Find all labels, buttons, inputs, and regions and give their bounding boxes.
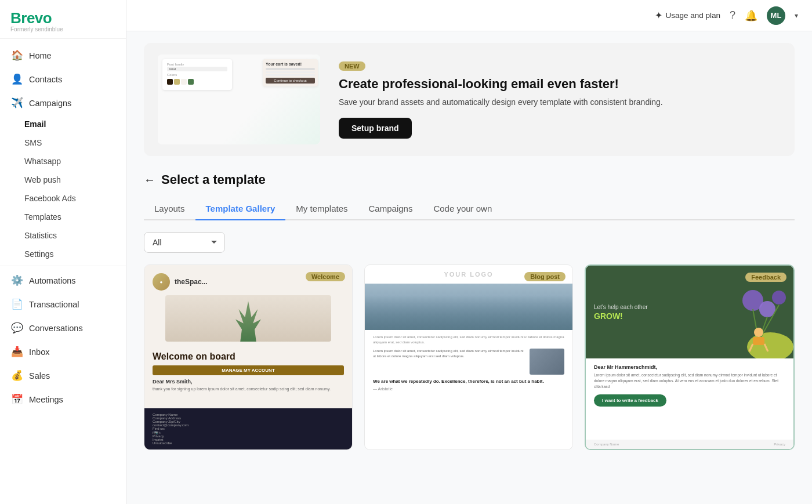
- sidebar-item-templates[interactable]: Templates: [0, 208, 126, 226]
- help-icon[interactable]: ?: [730, 9, 735, 21]
- welcome-body: Welcome on board MANAGE MY ACCOUNT Dear …: [144, 346, 352, 397]
- promo-description: Save your brand assets and automatically…: [339, 96, 781, 108]
- new-badge: NEW: [339, 61, 365, 71]
- template-tabs: Layouts Template Gallery My templates Ca…: [144, 198, 795, 220]
- feedback-badge: Feedback: [745, 273, 786, 282]
- blog-2col-section: Lorem ipsum dolor sit amet, consectetur …: [373, 349, 564, 375]
- chevron-down-icon[interactable]: ▾: [795, 12, 798, 20]
- sidebar-item-inbox-label: Inbox: [29, 347, 49, 357]
- sidebar-item-automations-label: Automations: [29, 276, 76, 285]
- sidebar-item-sms[interactable]: SMS: [0, 133, 126, 152]
- svg-point-3: [772, 291, 786, 304]
- section-title: Select a template: [161, 172, 266, 187]
- promo-editor-mockup: Font family Arial Colors: [162, 59, 232, 90]
- brand-formerly: Formerly sendinblue: [10, 26, 115, 32]
- feedback-card-content: Let's help each other GROW!: [586, 266, 793, 449]
- welcome-text: thank you for signing up lorem ipsum dol…: [153, 386, 344, 392]
- feedback-lets: Let's help each other: [594, 304, 648, 310]
- main-content: Font family Arial Colors: [126, 0, 812, 504]
- blog-post-badge: Blog post: [524, 272, 566, 281]
- content-wrap: Font family Arial Colors: [144, 43, 795, 450]
- sidebar-item-home[interactable]: 🏠 Home: [0, 43, 126, 67]
- usage-plan-link[interactable]: ✦ Usage and plan: [655, 10, 720, 21]
- template-card-feedback[interactable]: Feedback Let's help each other GROW!: [585, 264, 795, 450]
- tab-my-templates[interactable]: My templates: [285, 198, 358, 220]
- sidebar-item-whatsapp[interactable]: Whatsapp: [0, 152, 126, 171]
- sidebar-item-statistics-label: Statistics: [24, 231, 57, 240]
- sidebar-item-facebook-ads[interactable]: Facebook Ads: [0, 189, 126, 208]
- sidebar-item-campaigns[interactable]: ✈️ Campaigns: [0, 91, 126, 115]
- blog-inline-image: [530, 349, 564, 375]
- conversations-icon: 💬: [10, 322, 23, 334]
- sidebar-item-web-push-label: Web push: [24, 175, 61, 184]
- sales-icon: 💰: [10, 369, 23, 382]
- setup-brand-button[interactable]: Setup brand: [339, 118, 412, 139]
- usage-plan-label: Usage and plan: [665, 11, 720, 20]
- sidebar-item-conversations[interactable]: 💬 Conversations: [0, 316, 126, 340]
- feedback-footer: Company Name Privacy: [586, 440, 793, 449]
- tab-template-gallery[interactable]: Template Gallery: [195, 198, 286, 220]
- campaigns-icon: ✈️: [10, 97, 23, 109]
- feedback-cta-button[interactable]: I want to write a feedback: [594, 394, 666, 407]
- sidebar-item-automations[interactable]: ⚙️ Automations: [0, 269, 126, 292]
- promo-title: Create professional-looking email even f…: [339, 77, 781, 92]
- template-card-blog-post[interactable]: Blog post YOUR LOGO Lorem ipsum dolor si…: [364, 264, 573, 450]
- welcome-badge: Welcome: [306, 272, 345, 281]
- promo-cart-mockup: Your cart is saved! Continue to checkout: [263, 59, 318, 86]
- welcome-hero-image: [165, 295, 331, 342]
- sidebar: Brevo Formerly sendinblue 🏠 Home 👤 Conta…: [0, 0, 126, 504]
- sidebar-item-inbox[interactable]: 📥 Inbox: [0, 340, 126, 364]
- avatar[interactable]: ML: [767, 6, 785, 25]
- brand-name: Brevo: [10, 9, 115, 27]
- promo-banner: Font family Arial Colors: [144, 43, 795, 156]
- sidebar-item-settings-label: Settings: [24, 249, 54, 259]
- sidebar-item-settings[interactable]: Settings: [0, 245, 126, 263]
- sidebar-nav: 🏠 Home 👤 Contacts ✈️ Campaigns Email SMS…: [0, 39, 126, 416]
- back-arrow-button[interactable]: ←: [144, 173, 155, 187]
- promo-editor-row: Font family Arial: [167, 63, 227, 71]
- sidebar-item-facebook-ads-label: Facebook Ads: [24, 194, 76, 203]
- sidebar-item-transactional[interactable]: 📄 Transactional: [0, 292, 126, 316]
- promo-editor-colors-row: Colors: [167, 73, 227, 85]
- promo-img-inner: Font family Arial Colors: [158, 55, 320, 144]
- category-filter[interactable]: All Welcome Newsletter Promotional Trans…: [144, 232, 225, 253]
- color-swatch-dark: [167, 79, 173, 85]
- feedback-grow: GROW!: [594, 311, 648, 321]
- filter-row: All Welcome Newsletter Promotional Trans…: [144, 232, 795, 253]
- welcome-logo-text: theSpac...: [175, 278, 208, 286]
- promo-image: Font family Arial Colors: [158, 55, 320, 144]
- feedback-illustration: [724, 277, 793, 358]
- svg-rect-8: [753, 337, 764, 345]
- feedback-text-block: Let's help each other GROW!: [594, 304, 648, 321]
- sidebar-item-conversations-label: Conversations: [29, 324, 83, 333]
- sidebar-item-web-push[interactable]: Web push: [0, 171, 126, 189]
- sidebar-item-meetings-label: Meetings: [29, 395, 63, 404]
- contacts-icon: 👤: [10, 73, 23, 85]
- sidebar-item-statistics[interactable]: Statistics: [0, 226, 126, 245]
- topbar: ✦ Usage and plan ? 🔔 ML ▾: [126, 0, 812, 31]
- blog-quote: We are what we repeatedly do. Excellence…: [373, 378, 564, 385]
- tab-layouts[interactable]: Layouts: [144, 198, 195, 220]
- tab-campaigns[interactable]: Campaigns: [358, 198, 423, 220]
- inbox-icon: 📥: [10, 346, 23, 358]
- template-card-welcome[interactable]: Welcome ● theSpac... Welcome on board MA…: [144, 264, 353, 450]
- blog-attribution: — Aristotle: [373, 386, 564, 393]
- meetings-icon: 📅: [10, 393, 23, 405]
- sidebar-item-email[interactable]: Email: [0, 115, 126, 133]
- blog-body: Lorem ipsum dolor sit amet, consectetur …: [365, 330, 572, 397]
- sidebar-item-whatsapp-label: Whatsapp: [24, 157, 61, 166]
- home-icon: 🏠: [10, 49, 23, 61]
- svg-point-7: [754, 328, 763, 337]
- sidebar-item-sms-label: SMS: [24, 138, 42, 147]
- tab-code-your-own[interactable]: Code your own: [423, 198, 502, 220]
- feedback-dear: Dear Mr Hammerschmidt,: [594, 364, 785, 370]
- blog-card-content: YOUR LOGO Lorem ipsum dolor sit amet, co…: [365, 265, 572, 449]
- sidebar-item-contacts[interactable]: 👤 Contacts: [0, 67, 126, 91]
- notifications-icon[interactable]: 🔔: [745, 9, 757, 22]
- welcome-footer: Company Name Company Address Company Zip…: [144, 408, 352, 449]
- svg-point-0: [747, 332, 793, 358]
- welcome-card-content: ● theSpac... Welcome on board MANAGE MY …: [144, 265, 352, 449]
- sidebar-item-sales[interactable]: 💰 Sales: [0, 364, 126, 387]
- welcome-greeting: Dear Mrs Smith,: [153, 379, 344, 385]
- sidebar-item-meetings[interactable]: 📅 Meetings: [0, 387, 126, 411]
